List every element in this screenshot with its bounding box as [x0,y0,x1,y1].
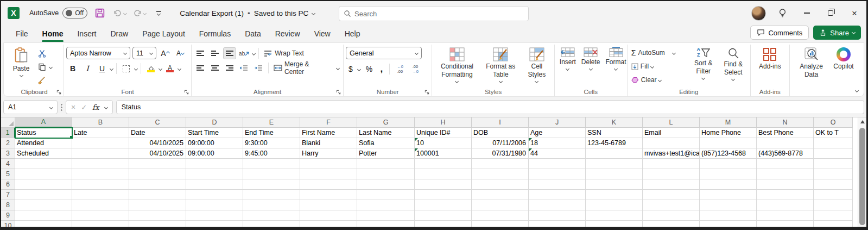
cell-C9[interactable] [129,210,186,221]
cell-M5[interactable] [700,169,757,179]
cell-L9[interactable] [643,210,700,221]
cell-I3[interactable]: 07/31/1980 [472,148,529,159]
column-header-F[interactable]: F [300,117,357,128]
vertical-scrollbar[interactable] [858,117,866,227]
format-as-table-button[interactable]: Format as Table [483,46,518,86]
paste-dropdown-icon[interactable] [19,73,23,77]
autosum-dropdown-icon[interactable] [672,51,676,54]
cell-J5[interactable] [529,169,586,179]
increase-indent-button[interactable] [252,62,265,74]
cell-M8[interactable] [700,200,757,210]
insert-dropdown-icon[interactable] [566,67,569,71]
accounting-dropdown-icon[interactable] [357,67,361,71]
insert-cells-button[interactable]: Insert [557,46,579,86]
addins-button[interactable]: Add-ins [756,46,784,86]
cell-C1[interactable]: Date [129,128,186,138]
cell-O10[interactable] [814,221,853,227]
orientation-button[interactable]: ab [238,47,251,59]
cell-O1[interactable]: OK to T [814,128,853,138]
delete-cells-button[interactable]: Delete [579,46,603,86]
wrap-text-button[interactable]: Wrap Text [262,47,306,59]
cell-G2[interactable]: Sofia [357,138,415,148]
cell-I4[interactable] [472,159,529,169]
conditional-formatting-dropdown-icon[interactable] [455,79,459,83]
merge-center-dropdown-icon[interactable] [336,66,340,70]
cell-B1[interactable]: Late [72,128,129,138]
cell-F7[interactable] [300,190,357,200]
decrease-decimal-button[interactable]: ←0.00 [394,63,407,75]
tell-me-button[interactable] [778,8,787,18]
column-header-L[interactable]: L [643,117,700,128]
cell-E4[interactable] [243,159,300,169]
cell-D1[interactable]: Start Time [186,128,243,138]
cell-L10[interactable] [643,221,700,227]
cell-H3[interactable]: 100001 [415,148,472,159]
cell-J10[interactable] [529,221,586,227]
analyze-data-button[interactable]: Analyze Data [797,46,826,86]
cell-N5[interactable] [757,169,814,179]
name-box[interactable]: A1 [3,100,58,114]
tab-review[interactable]: Review [268,25,307,42]
cell-F10[interactable] [300,221,357,227]
cell-F3[interactable]: Harry [300,148,357,159]
scroll-up-icon[interactable] [860,120,865,123]
cell-L4[interactable] [643,159,700,169]
row-header-2[interactable]: 2 [1,138,15,148]
column-header-N[interactable]: N [757,117,814,128]
select-all-corner[interactable] [1,117,15,128]
cell-N8[interactable] [757,200,814,210]
column-header-A[interactable]: A [15,117,72,128]
cell-G10[interactable] [357,221,415,227]
cut-button[interactable] [35,48,48,59]
row-header-5[interactable]: 5 [1,169,15,179]
document-title[interactable]: Calendar Export (1) • Saved to this PC [180,9,315,17]
cell-G9[interactable] [357,210,415,221]
cell-C3[interactable]: 04/10/2025 [129,148,186,159]
cell-J7[interactable] [529,190,586,200]
autosave-switch[interactable]: Off [62,8,87,18]
align-top-button[interactable] [194,47,207,59]
cell-K1[interactable]: SSN [586,128,643,138]
cell-L3[interactable]: mvivas+test1@ica [643,148,700,159]
row-header-9[interactable]: 9 [1,210,15,221]
cell-F2[interactable]: Blanki [300,138,357,148]
cell-B4[interactable] [72,159,129,169]
cell-H7[interactable] [415,190,472,200]
cell-L2[interactable] [643,138,700,148]
fill-dropdown-icon[interactable] [650,64,654,68]
title-dropdown-icon[interactable] [312,11,315,15]
cell-K9[interactable] [586,210,643,221]
cell-L8[interactable] [643,200,700,210]
cell-M7[interactable] [700,190,757,200]
cell-D9[interactable] [186,210,243,221]
paste-button[interactable]: Paste [7,46,35,86]
cell-L1[interactable]: Email [643,128,700,138]
cell-E1[interactable]: End Time [243,128,300,138]
cell-J2[interactable]: 18 [529,138,586,148]
cell-O5[interactable] [814,169,853,179]
copy-button[interactable] [35,61,48,73]
redo-dropdown-icon[interactable] [143,11,147,15]
cell-H2[interactable]: 10 [415,138,472,148]
cancel-icon[interactable]: × [71,103,75,111]
share-button[interactable]: Share [813,26,861,40]
cell-B8[interactable] [72,200,129,210]
autosum-button[interactable]: Σ AutoSum [630,47,688,59]
cell-H9[interactable] [415,210,472,221]
cell-C7[interactable] [129,190,186,200]
minimize-button[interactable] [795,2,819,24]
cell-O6[interactable] [814,179,853,190]
cell-O8[interactable] [814,200,853,210]
font-name-select[interactable]: Aptos Narrow [66,47,130,59]
find-select-button[interactable]: Find & Select [719,46,748,86]
cell-N9[interactable] [757,210,814,221]
cell-J1[interactable]: Age [529,128,586,138]
cell-styles-dropdown-icon[interactable] [535,79,538,83]
cell-B5[interactable] [72,169,129,179]
sort-filter-dropdown-icon[interactable] [701,76,705,80]
italic-button[interactable]: I [81,63,94,74]
user-avatar[interactable] [751,6,766,21]
cell-J8[interactable] [529,200,586,210]
enter-icon[interactable]: ✓ [81,103,87,111]
cell-I1[interactable]: DOB [472,128,529,138]
